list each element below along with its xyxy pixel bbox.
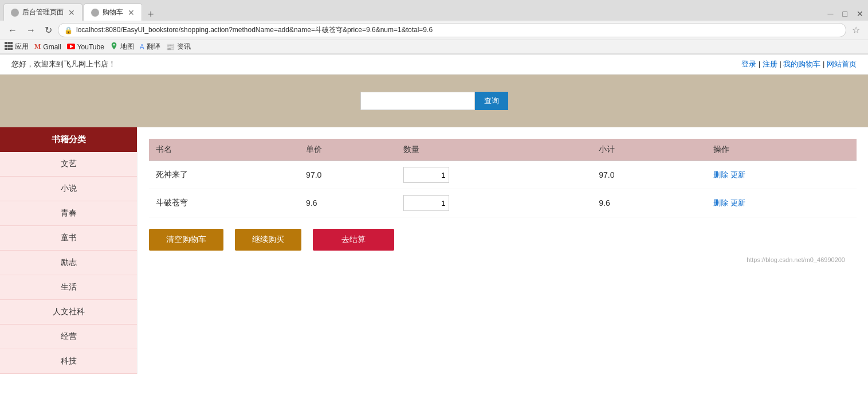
item2-price: 9.6: [299, 189, 396, 217]
register-link[interactable]: 注册: [763, 60, 777, 68]
reload-button[interactable]: ↻: [41, 24, 56, 37]
window-minimize[interactable]: ─: [823, 7, 838, 21]
sidebar-header: 书籍分类: [0, 127, 137, 152]
search-banner: 查询: [0, 75, 868, 127]
main-content: 书籍分类 文艺 小说 青春 童书 励志 生活 人文社科 经营 科技 书名 单价 …: [0, 127, 868, 374]
svg-rect-8: [10, 48, 13, 50]
bookmark-apps[interactable]: 应用: [5, 42, 29, 52]
bookmark-maps-label: 地图: [120, 42, 134, 52]
col-subtotal: 小计: [592, 139, 706, 161]
item1-price: 97.0: [299, 161, 396, 189]
sidebar-item-lizhi[interactable]: 励志: [0, 251, 137, 275]
col-name: 书名: [149, 139, 299, 161]
tab-cart[interactable]: 购物车 ✕: [84, 3, 142, 21]
svg-rect-7: [7, 48, 10, 50]
page-content: 您好，欢迎来到飞凡网上书店！ 登录 | 注册 | 我的购物车 | 网站首页 查询…: [0, 54, 868, 374]
tab-bar: 后台管理页面 ✕ 购物车 ✕ + ─ □ ✕: [0, 0, 868, 21]
item1-subtotal: 97.0: [592, 161, 706, 189]
item2-delete-link[interactable]: 删除: [713, 198, 728, 207]
bookmarks-bar: 应用 M Gmail YouTube 地图 A 翻译 📰 资讯: [0, 40, 868, 54]
cart-area: 书名 单价 数量 小计 操作 死神来了 97.0 97.0: [138, 127, 868, 374]
sep3: |: [823, 60, 827, 68]
translate-icon: A: [140, 43, 144, 51]
item2-actions: 删除 更新: [706, 189, 857, 217]
sidebar-item-jingying[interactable]: 经营: [0, 325, 137, 349]
clear-cart-button[interactable]: 清空购物车: [149, 229, 223, 251]
search-input[interactable]: [360, 92, 475, 110]
maps-icon: [110, 42, 118, 52]
col-action: 操作: [706, 139, 857, 161]
bookmark-maps[interactable]: 地图: [110, 42, 134, 52]
bookmark-gmail[interactable]: M Gmail: [34, 42, 61, 51]
cart-tab-icon: [91, 9, 99, 17]
home-link[interactable]: 网站首页: [827, 60, 857, 68]
item2-update-link[interactable]: 更新: [730, 198, 745, 207]
col-qty: 数量: [396, 139, 592, 161]
table-row: 死神来了 97.0 97.0 删除 更新: [149, 161, 857, 189]
address-text: localhost:8080/EasyUI_bookstore/shopping…: [76, 25, 840, 35]
sidebar-item-tongshu[interactable]: 童书: [0, 226, 137, 251]
item1-delete-link[interactable]: 删除: [713, 170, 728, 179]
top-bar: 您好，欢迎来到飞凡网上书店！ 登录 | 注册 | 我的购物车 | 网站首页: [0, 54, 868, 75]
item2-qty-cell: [396, 189, 592, 217]
forward-button[interactable]: →: [23, 24, 39, 37]
item2-subtotal: 9.6: [592, 189, 706, 217]
bookmark-gmail-label: Gmail: [43, 43, 61, 51]
sidebar-item-qingchun[interactable]: 青春: [0, 201, 137, 226]
nav-bar: ← → ↻ 🔒 localhost:8080/EasyUI_bookstore/…: [0, 21, 868, 40]
cart-table: 书名 单价 数量 小计 操作 死神来了 97.0 97.0: [149, 139, 857, 217]
cart-table-header: 书名 单价 数量 小计 操作: [149, 139, 857, 161]
svg-rect-3: [5, 45, 7, 47]
bookmark-youtube[interactable]: YouTube: [67, 43, 104, 51]
bookmark-apps-label: 应用: [15, 42, 29, 52]
tab-admin-label: 后台管理页面: [22, 7, 64, 17]
item1-qty-input[interactable]: [403, 167, 449, 183]
table-row: 斗破苍穹 9.6 9.6 删除 更新: [149, 189, 857, 217]
search-button[interactable]: 查询: [475, 92, 508, 110]
gmail-icon: M: [34, 42, 41, 51]
item1-update-link[interactable]: 更新: [730, 170, 745, 179]
bookmark-star-button[interactable]: ☆: [849, 24, 863, 37]
item2-qty-input[interactable]: [403, 195, 449, 211]
item2-name: 斗破苍穹: [149, 189, 299, 217]
sep1: |: [759, 60, 763, 68]
address-bar[interactable]: 🔒 localhost:8080/EasyUI_bookstore/shoppi…: [58, 23, 846, 37]
sidebar-item-shenghuo[interactable]: 生活: [0, 275, 137, 300]
item1-qty-cell: [396, 161, 592, 189]
tab-admin-close[interactable]: ✕: [68, 8, 75, 17]
bookmark-news[interactable]: 📰 资讯: [166, 42, 191, 52]
cart-actions: 清空购物车 继续购买 去结算: [149, 229, 857, 251]
sidebar-item-renwen[interactable]: 人文社科: [0, 300, 137, 325]
top-links: 登录 | 注册 | 我的购物车 | 网站首页: [741, 59, 857, 69]
tab-cart-close[interactable]: ✕: [128, 8, 135, 17]
tab-cart-label: 购物车: [103, 7, 123, 17]
svg-rect-0: [5, 42, 7, 44]
svg-rect-2: [10, 42, 13, 44]
welcome-text: 您好，欢迎来到飞凡网上书店！: [11, 59, 116, 69]
search-box: 查询: [360, 92, 508, 110]
new-tab-button[interactable]: +: [143, 9, 159, 21]
bookmark-translate[interactable]: A 翻译: [140, 42, 160, 52]
sidebar-item-wenyi[interactable]: 文艺: [0, 152, 137, 177]
bookmark-youtube-label: YouTube: [77, 43, 104, 51]
tab-admin[interactable]: 后台管理页面 ✕: [3, 3, 83, 21]
svg-rect-5: [10, 45, 13, 47]
sidebar-item-keji[interactable]: 科技: [0, 349, 137, 374]
sidebar: 书籍分类 文艺 小说 青春 童书 励志 生活 人文社科 经营 科技: [0, 127, 138, 374]
window-maximize[interactable]: □: [838, 7, 852, 21]
back-button[interactable]: ←: [5, 24, 21, 37]
admin-tab-icon: [11, 9, 19, 17]
continue-shopping-button[interactable]: 继续购买: [235, 229, 301, 251]
bookmark-news-label: 资讯: [177, 42, 191, 52]
checkout-button[interactable]: 去结算: [313, 229, 394, 251]
lock-icon: 🔒: [64, 26, 73, 34]
youtube-icon: [67, 43, 75, 51]
sidebar-item-xiaoshuo[interactable]: 小说: [0, 177, 137, 201]
apps-icon: [5, 42, 13, 52]
login-link[interactable]: 登录: [741, 60, 756, 68]
svg-rect-6: [5, 48, 7, 50]
my-cart-link[interactable]: 我的购物车: [783, 60, 820, 68]
svg-rect-4: [7, 45, 10, 47]
footer-watermark: https://blog.csdn.net/m0_46990200: [149, 251, 857, 269]
window-close[interactable]: ✕: [852, 7, 868, 21]
